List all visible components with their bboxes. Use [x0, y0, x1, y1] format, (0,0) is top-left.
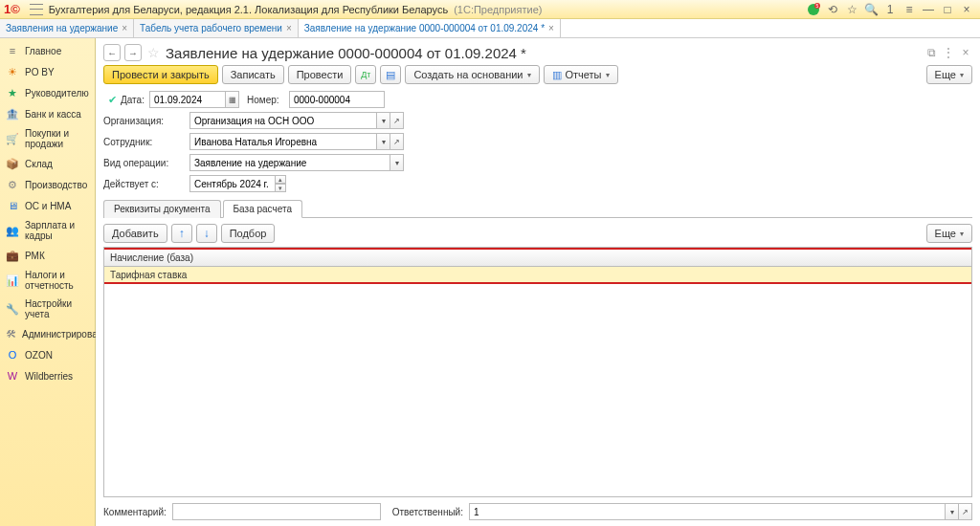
sidebar-icon: ☀	[6, 65, 19, 78]
grid-more-button[interactable]: Еще▾	[926, 224, 972, 243]
notifications-icon[interactable]: 5	[805, 1, 822, 18]
favorite-icon[interactable]: ☆	[843, 1, 860, 18]
create-based-button[interactable]: Создать на основании▾	[405, 65, 539, 84]
footer: Комментарий: Ответственный: ▾ ↗	[96, 497, 980, 526]
op-dropdown-icon[interactable]: ▾	[390, 154, 404, 171]
sidebar-item-5[interactable]: 📦Склад	[0, 153, 95, 174]
eff-input[interactable]	[189, 175, 276, 192]
link-icon[interactable]: ⧉	[924, 46, 938, 59]
resp-input[interactable]	[469, 503, 946, 520]
emp-input[interactable]	[189, 133, 377, 150]
op-label: Вид операции:	[103, 158, 189, 168]
sidebar-item-9[interactable]: 💼РМК	[0, 245, 95, 266]
sidebar-item-8[interactable]: 👥Зарплата и кадры	[0, 216, 95, 245]
tab-calc-base[interactable]: База расчета	[223, 200, 302, 218]
date-label: Дата:	[121, 95, 149, 105]
sidebar-icon: 🏦	[6, 107, 19, 121]
sidebar-item-11[interactable]: 🔧Настройки учета	[0, 295, 95, 323]
sidebar-label: PO BY	[25, 67, 55, 77]
sidebar-item-2[interactable]: ★Руководителю	[0, 82, 95, 103]
tab-close-icon[interactable]: ×	[286, 23, 292, 33]
form: ✔ Дата: ▦ Номер: Организация: ▾ ↗ Сотруд…	[96, 90, 980, 195]
search-count: 1	[881, 1, 899, 18]
eff-label: Действует с:	[103, 179, 189, 189]
more-vert-icon[interactable]: ⋮	[942, 46, 955, 59]
sidebar-icon: 📊	[6, 274, 19, 287]
grid-row[interactable]: Тарифная ставка	[104, 267, 971, 284]
titlebar: 1© Бухгалтерия для Беларуси, редакция 2.…	[0, 0, 980, 19]
date-picker-icon[interactable]: ▦	[226, 91, 239, 108]
resp-open-icon[interactable]: ↗	[959, 503, 972, 520]
content: ← → ☆ Заявление на удержание 0000-000004…	[96, 38, 980, 526]
app-logo: 1©	[4, 2, 20, 16]
post-button[interactable]: Провести	[288, 65, 352, 84]
eff-step-up[interactable]: ▴	[275, 175, 286, 184]
resp-label: Ответственный:	[392, 507, 463, 517]
maximize-icon[interactable]: □	[939, 1, 956, 18]
sidebar-item-3[interactable]: 🏦Банк и касса	[0, 103, 95, 124]
move-up-button[interactable]: ↑	[171, 224, 192, 243]
sidebar-item-6[interactable]: ⚙Производство	[0, 174, 95, 195]
history-icon[interactable]: ⟲	[824, 1, 841, 18]
sidebar-item-1[interactable]: ☀PO BY	[0, 61, 95, 82]
nav-forward-button[interactable]: →	[124, 44, 142, 61]
emp-open-icon[interactable]: ↗	[390, 133, 404, 150]
sidebar-item-12[interactable]: 🛠Администрирование	[0, 323, 95, 344]
more-button[interactable]: Еще▾	[926, 65, 972, 84]
star-icon[interactable]: ☆	[145, 45, 162, 60]
close-icon[interactable]: ×	[958, 1, 975, 18]
grid-header[interactable]: Начисление (база)	[104, 248, 971, 267]
sidebar-label: Покупки и продажи	[25, 128, 89, 149]
tab-close-icon[interactable]: ×	[122, 23, 127, 33]
save-button[interactable]: Записать	[222, 65, 284, 84]
add-button[interactable]: Добавить	[103, 224, 167, 243]
tab-2[interactable]: Заявление на удержание 0000-000004 от 01…	[299, 19, 561, 37]
comment-input[interactable]	[172, 503, 381, 520]
resp-dropdown-icon[interactable]: ▾	[946, 503, 959, 520]
dt-button[interactable]: Дт	[355, 65, 376, 84]
tab-requisites[interactable]: Реквизиты документа	[103, 200, 221, 218]
sidebar-icon: 🛠	[6, 327, 16, 340]
nav-back-button[interactable]: ←	[103, 44, 121, 61]
number-input[interactable]	[289, 91, 385, 108]
sidebar-icon: 💼	[6, 249, 19, 262]
search-icon[interactable]: 🔍	[862, 1, 880, 18]
close-doc-icon[interactable]: ×	[959, 46, 972, 59]
toolbar: Провести и закрыть Записать Провести Дт …	[96, 63, 980, 90]
date-input[interactable]	[149, 91, 226, 108]
sidebar-item-0[interactable]: ≡Главное	[0, 40, 95, 61]
menu-icon[interactable]	[30, 4, 43, 15]
sidebar-item-4[interactable]: 🛒Покупки и продажи	[0, 124, 95, 153]
sidebar-label: Настройки учета	[25, 298, 89, 319]
report-icon-button[interactable]: ▤	[380, 65, 401, 84]
sidebar-item-14[interactable]: WWildberries	[0, 365, 95, 386]
grid: Начисление (база) Тарифная ставка	[103, 247, 972, 497]
org-input[interactable]	[189, 112, 377, 129]
post-close-button[interactable]: Провести и закрыть	[103, 65, 218, 84]
tab-1[interactable]: Табель учета рабочего времени×	[134, 19, 299, 37]
tab-close-icon[interactable]: ×	[548, 23, 554, 33]
org-open-icon[interactable]: ↗	[390, 112, 404, 129]
svg-text:5: 5	[816, 3, 819, 9]
sidebar-label: Главное	[25, 46, 61, 56]
comment-label: Комментарий:	[103, 507, 167, 517]
org-dropdown-icon[interactable]: ▾	[377, 112, 390, 129]
settings-icon[interactable]: ≡	[901, 1, 918, 18]
minimize-icon[interactable]: —	[920, 1, 937, 18]
sidebar-icon: 🖥	[6, 199, 19, 212]
tab-0[interactable]: Заявления на удержание×	[0, 19, 134, 37]
sidebar-item-13[interactable]: OOZON	[0, 344, 95, 365]
reports-button[interactable]: ▥Отчеты▾	[544, 65, 618, 84]
sidebar-item-7[interactable]: 🖥ОС и НМА	[0, 195, 95, 216]
pick-button[interactable]: Подбор	[221, 224, 276, 243]
sidebar-label: Банк и касса	[25, 109, 81, 120]
emp-dropdown-icon[interactable]: ▾	[377, 133, 390, 150]
eff-step-down[interactable]: ▾	[275, 184, 286, 192]
sidebar-icon: O	[6, 348, 19, 362]
sidebar-icon: W	[6, 369, 19, 383]
sidebar-label: Зарплата и кадры	[25, 220, 89, 241]
op-input[interactable]	[189, 154, 390, 171]
sidebar-icon: 🔧	[6, 302, 19, 316]
sidebar-item-10[interactable]: 📊Налоги и отчетность	[0, 266, 95, 295]
move-down-button[interactable]: ↓	[196, 224, 217, 243]
